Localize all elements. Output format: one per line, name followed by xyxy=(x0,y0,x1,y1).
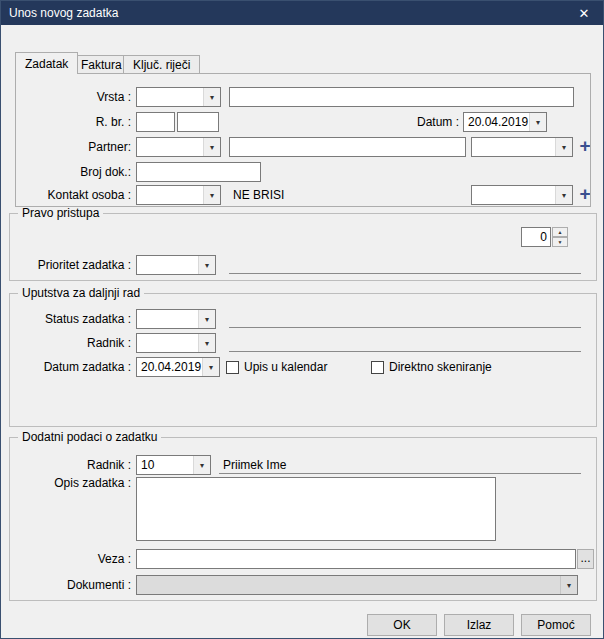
opis-zadatka-textarea[interactable] xyxy=(136,477,496,541)
pravo-spinner: 0 ▲ ▼ xyxy=(521,227,568,247)
field-underline xyxy=(229,255,581,274)
dodatni-radnik-combo[interactable]: 10 ▾ xyxy=(136,455,211,475)
checkbox-upis-u-kalendar[interactable]: Upis u kalendar xyxy=(226,357,327,377)
chevron-down-icon: ▾ xyxy=(198,334,215,352)
ok-button[interactable]: OK xyxy=(367,614,437,636)
spinner-down-button[interactable]: ▼ xyxy=(552,237,568,247)
chevron-down-icon: ▾ xyxy=(560,576,577,594)
dialog-window: Unos novog zadatka ✕ Zadatak Faktura Klj… xyxy=(0,0,604,639)
datum-zadatka-label: Datum zadatka : xyxy=(21,357,131,377)
status-zadatka-combo[interactable]: ▾ xyxy=(136,309,216,329)
spin-up-icon: ▲ xyxy=(558,229,563,235)
window-title: Unos novog zadatka xyxy=(9,6,118,20)
close-icon: ✕ xyxy=(579,6,590,21)
dodatni-radnik-label: Radnik : xyxy=(21,455,131,475)
pomoc-button[interactable]: Pomoć xyxy=(521,614,591,636)
tab-zadatak[interactable]: Zadatak xyxy=(15,52,78,74)
ellipsis-icon: ... xyxy=(580,551,590,565)
spinner-up-button[interactable]: ▲ xyxy=(552,227,568,237)
combo-value: 10 xyxy=(141,456,154,474)
datum-zadatka-combo[interactable]: 20.04.2019 ▾ xyxy=(136,357,220,377)
chevron-down-icon: ▾ xyxy=(193,456,210,474)
prioritet-label: Prioritet zadatka : xyxy=(21,255,131,275)
close-button[interactable]: ✕ xyxy=(565,1,603,25)
chevron-down-icon: ▾ xyxy=(202,358,219,376)
chevron-down-icon: ▾ xyxy=(198,310,215,328)
checkbox-label: Upis u kalendar xyxy=(244,360,327,374)
checkbox-label: Direktno skeniranje xyxy=(389,360,492,374)
field-underline xyxy=(229,309,581,328)
status-zadatka-label: Status zadatka : xyxy=(21,309,131,329)
dokumenti-label: Dokumenti : xyxy=(21,575,131,595)
group-legend: Uputstva za daljnji rad xyxy=(18,286,144,301)
combo-value: 20.04.2019 xyxy=(141,358,201,376)
spinner-value-field[interactable]: 0 xyxy=(521,227,551,247)
group-legend: Pravo pristupa xyxy=(18,206,103,221)
checkbox-direktno-skeniranje[interactable]: Direktno skeniranje xyxy=(371,357,492,377)
prioritet-combo[interactable]: ▾ xyxy=(136,255,216,275)
group-legend: Dodatni podaci o zadatku xyxy=(18,430,161,445)
tab-label: Faktura xyxy=(81,58,122,72)
tab-panel-zadatak xyxy=(15,73,591,207)
tab-label: Ključ. riječi xyxy=(133,58,190,72)
spin-down-icon: ▼ xyxy=(558,239,563,245)
opis-zadatka-label: Opis zadatka : xyxy=(21,473,131,493)
tab-kljuc-rijeci[interactable]: Ključ. riječi xyxy=(123,55,200,74)
checkbox-box xyxy=(226,361,239,374)
tab-label: Zadatak xyxy=(25,57,68,71)
veza-browse-button[interactable]: ... xyxy=(577,549,594,569)
title-bar[interactable]: Unos novog zadatka xyxy=(1,1,603,25)
checkbox-box xyxy=(371,361,384,374)
radnik-combo[interactable]: ▾ xyxy=(136,333,216,353)
izlaz-button[interactable]: Izlaz xyxy=(444,614,514,636)
chevron-down-icon: ▾ xyxy=(198,256,215,274)
radnik-label: Radnik : xyxy=(21,333,131,353)
field-underline xyxy=(229,333,581,352)
veza-label: Veza : xyxy=(21,549,131,569)
veza-input[interactable] xyxy=(136,549,576,569)
radnik-name-value: Priimek Ime xyxy=(223,455,286,475)
dokumenti-combo[interactable]: ▾ xyxy=(136,575,578,595)
